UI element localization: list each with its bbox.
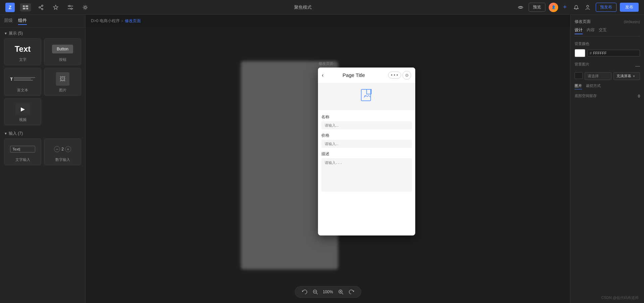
tab-crop-mode[interactable]: 裁切方式 <box>586 83 601 89</box>
number-input-preview: − 2 + <box>47 143 78 155</box>
phone-nav-icons: • • • ⊙ <box>388 71 411 80</box>
svg-point-14 <box>520 6 522 8</box>
phone-form: 名称 价格 描述 <box>318 110 415 197</box>
phone-page-title: Page Title <box>320 72 388 78</box>
user-icons: 👤 + <box>549 3 592 12</box>
phone-image-placeholder-icon <box>361 89 373 105</box>
svg-line-24 <box>342 293 343 294</box>
field-desc-input[interactable] <box>321 158 412 192</box>
breadcrumb: D>0 电商小程序 > 修改页面 <box>86 15 570 27</box>
eye-icon[interactable] <box>516 3 525 12</box>
canvas-area[interactable]: 修改页面 ‹ Page Title • • • ⊙ <box>86 27 570 303</box>
bg-image-thumbnail <box>575 72 583 79</box>
publish-button[interactable]: 发布 <box>620 3 639 12</box>
publish-draft-button[interactable]: 预发布 <box>596 3 616 12</box>
bg-color-input[interactable]: # FFFFFF <box>587 50 640 56</box>
svg-rect-1 <box>25 5 28 7</box>
center-area: D>0 电商小程序 > 修改页面 修改页面 ‹ P <box>86 15 570 303</box>
right-panel-header: 修改页面 (lih9ketm) <box>575 19 640 25</box>
tab-content[interactable]: 内容 <box>587 27 595 34</box>
component-text[interactable]: Text 文字 <box>4 38 41 65</box>
avatar: 👤 <box>549 3 558 12</box>
tab-image[interactable]: 图片 <box>575 83 582 89</box>
person-icon[interactable] <box>583 3 592 12</box>
phone-image-upload-area[interactable] <box>318 83 415 110</box>
left-panel-tabs: 层级 组件 <box>0 15 85 28</box>
left-panel: 层级 组件 ▼ 展示 (5) Text 文字 Button 按钮 <box>0 15 86 303</box>
svg-point-6 <box>42 8 43 10</box>
right-panel-page-id: (lih9ketm) <box>624 20 640 24</box>
button-label: 按钮 <box>59 57 66 62</box>
bg-image-section-label: 背景图片 <box>575 62 589 67</box>
number-input-label: 数字输入 <box>55 157 70 162</box>
preview-button[interactable]: 预览 <box>529 3 545 12</box>
number-value-preview: 2 <box>61 147 64 152</box>
button-preview: Button <box>47 43 78 55</box>
add-user-icon[interactable]: + <box>560 3 570 12</box>
bg-color-swatch[interactable] <box>575 49 585 57</box>
bg-color-section-label: 背景颜色 <box>575 41 640 46</box>
text-input-label: 文字输入 <box>15 157 30 162</box>
local-cache-label: 底部空间留存 <box>575 93 597 98</box>
field-name-label: 名称 <box>321 114 412 120</box>
richtext-preview: T <box>7 72 38 86</box>
field-name-input[interactable] <box>321 121 412 129</box>
text-input-preview-field: Text| <box>10 146 35 153</box>
bg-color-row: # FFFFFF <box>575 49 640 57</box>
display-components-grid: Text 文字 Button 按钮 T <box>0 38 85 128</box>
phone-dots-button[interactable]: • • • <box>388 72 401 79</box>
zoom-redo-button[interactable] <box>347 288 356 296</box>
tab-layers[interactable]: 层级 <box>4 17 13 25</box>
zoom-level: 100% <box>322 290 334 294</box>
local-cache-row: 底部空间留存 0 <box>575 93 640 98</box>
right-panel: 修改页面 (lih9ketm) 设计 内容 交互 背景颜色 # FFFFFF 背… <box>570 15 644 303</box>
breadcrumb-separator: > <box>121 19 123 24</box>
breadcrumb-current[interactable]: 修改页面 <box>125 18 141 24</box>
share-icon[interactable] <box>36 3 46 12</box>
component-richtext[interactable]: T 富文本 <box>4 68 41 96</box>
color-hash-symbol: # <box>590 51 592 55</box>
display-section-header[interactable]: ▼ 展示 (5) <box>0 28 85 38</box>
phone-frame: ‹ Page Title • • • ⊙ <box>318 68 415 235</box>
richtext-preview-content: T <box>10 77 35 82</box>
watermark: CSDN @低代码布道师 <box>601 295 639 300</box>
pin-icon[interactable] <box>51 3 60 12</box>
field-price-label: 价格 <box>321 133 412 138</box>
text-input-preview: Text| <box>7 143 38 155</box>
phone-circle-button[interactable]: ⊙ <box>402 71 411 80</box>
field-price-input[interactable] <box>321 140 412 148</box>
display-arrow-icon: ▼ <box>4 32 7 35</box>
bg-image-mode-dropdown[interactable]: 充满屏幕 ▼ <box>613 72 640 80</box>
text-label: 文字 <box>19 57 26 62</box>
tab-components[interactable]: 组件 <box>18 17 27 25</box>
sliders-icon[interactable] <box>66 3 75 12</box>
component-text-input[interactable]: Text| 文字输入 <box>4 138 41 165</box>
logo-icon[interactable]: Z <box>5 3 15 12</box>
video-label: 视频 <box>19 117 26 122</box>
bg-image-select-dropdown[interactable]: 请选择 <box>585 72 611 80</box>
grid-icon-btn[interactable] <box>20 3 31 11</box>
component-video[interactable]: ▶ 视频 <box>4 98 41 125</box>
notification-icon[interactable] <box>572 3 581 12</box>
svg-line-8 <box>40 8 42 9</box>
svg-rect-0 <box>23 5 25 7</box>
text-preview-label: Text <box>15 44 31 54</box>
component-button[interactable]: Button 按钮 <box>44 38 81 65</box>
gear-icon[interactable] <box>80 3 90 12</box>
topbar-left: Z <box>5 3 90 12</box>
bg-image-controls: 请选择 充满屏幕 ▼ <box>575 72 640 80</box>
breadcrumb-root: D>0 电商小程序 <box>91 18 120 24</box>
svg-point-4 <box>42 5 43 6</box>
number-plus-preview: + <box>65 146 71 152</box>
zoom-undo-button[interactable] <box>301 288 309 296</box>
tab-design[interactable]: 设计 <box>575 27 583 34</box>
component-image[interactable]: 🖼 图片 <box>44 68 81 96</box>
component-number-input[interactable]: − 2 + 数字输入 <box>44 138 81 165</box>
tab-interaction[interactable]: 交互 <box>599 27 607 34</box>
zoom-in-button[interactable] <box>337 288 345 296</box>
bg-image-minus-button[interactable]: — <box>635 63 640 68</box>
input-section-header[interactable]: ▼ 输入 (7) <box>0 128 85 138</box>
zoom-out-button[interactable] <box>311 288 319 296</box>
image-crop-tabs: 图片 裁切方式 <box>575 83 640 89</box>
svg-point-17 <box>364 95 366 97</box>
